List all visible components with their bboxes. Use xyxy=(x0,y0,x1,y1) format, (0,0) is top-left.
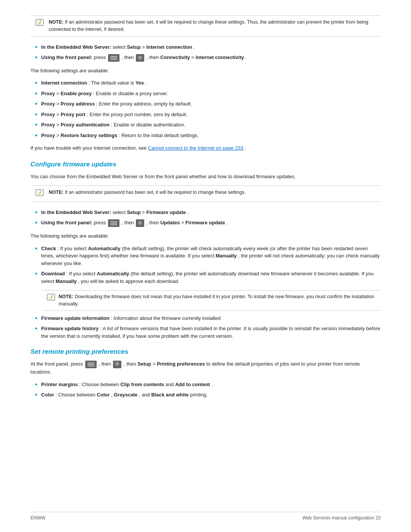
gear-icon-3: ⚙ xyxy=(113,361,121,368)
fw-access-item-2: • Using the front panel: press , then ⚙ … xyxy=(30,219,381,227)
fw-access-list: • In the Embedded Web Server: select Set… xyxy=(30,209,381,227)
top-note-box: 📝 NOTE: If an administrator password has… xyxy=(30,15,381,37)
access-list-item-1: • In the Embedded Web Server: select Set… xyxy=(30,43,381,51)
settings-item-2: • Proxy > Enable proxy : Enable or disab… xyxy=(30,90,381,97)
top-note-label: NOTE: xyxy=(49,19,64,25)
fw-settings-list: • Check : If you select Automatically (t… xyxy=(30,245,381,285)
note2-body: If an administrator password has been se… xyxy=(65,190,245,195)
top-note-text: NOTE: If an administrator password has b… xyxy=(49,19,376,33)
trouble-link[interactable]: Cannot connect to the Internet on page 2… xyxy=(148,145,244,151)
fw-following-settings: The following settings are available: xyxy=(30,232,381,240)
svg-text:📝: 📝 xyxy=(48,295,53,300)
access-item-1-prefix: In the Embedded Web Server: xyxy=(41,44,111,50)
settings-item-4: • Proxy > Proxy port : Enter the proxy p… xyxy=(30,111,381,118)
access-list-item-2: • Using the front panel: press , then ⚙ … xyxy=(30,54,381,62)
note3-body: Downloading the firmware does not mean t… xyxy=(59,294,374,307)
access-item-2-text: Using the front panel: press , then ⚙ , … xyxy=(41,54,247,62)
footer-right: Web Services manual configuration 23 xyxy=(303,515,381,521)
section1-intro: You can choose from the Embedded Web Ser… xyxy=(30,173,381,181)
fw-extra-list: • Firmware update information : Informat… xyxy=(30,315,381,340)
panel-icon-2 xyxy=(108,219,119,227)
trouble-text: If you have trouble with your Internet c… xyxy=(30,144,381,152)
note3-icon: 📝 xyxy=(46,293,56,302)
note2-label: NOTE: xyxy=(49,190,64,195)
section1-heading: Configure firmware updates xyxy=(30,161,381,168)
svg-text:📝: 📝 xyxy=(37,190,42,195)
fw-history-item: • Firmware update history : A list of fi… xyxy=(30,325,381,340)
note-icon: 📝 xyxy=(35,19,46,28)
remote-settings-list: • Printer margins : Choose between Clip … xyxy=(30,381,381,399)
settings-item-6: • Proxy > Restore factory settings : Ret… xyxy=(30,132,381,139)
fw-settings-download: • Download : If you select Automatically… xyxy=(30,270,381,285)
panel-icon-1 xyxy=(108,54,119,62)
note3-label: NOTE: xyxy=(59,294,73,299)
panel-icon-3 xyxy=(85,361,97,368)
section2-heading: Set remote printing preferences xyxy=(30,348,381,356)
page: 📝 NOTE: If an administrator password has… xyxy=(0,0,411,532)
bullet-dot-2: • xyxy=(35,54,37,61)
settings-list: • Internet connection : The default valu… xyxy=(30,79,381,139)
remote-margins-item: • Printer margins : Choose between Clip … xyxy=(30,381,381,388)
svg-text:📝: 📝 xyxy=(37,20,42,25)
following-settings-1: The following settings are available: xyxy=(30,67,381,75)
footer: ENWW Web Services manual configuration 2… xyxy=(30,512,381,521)
settings-item-1: • Internet connection : The default valu… xyxy=(30,79,381,87)
note3-text: NOTE: Downloading the firmware does not … xyxy=(59,293,376,308)
gear-icon-1: ⚙ xyxy=(136,54,144,62)
access-item-1-text: In the Embedded Web Server: select Setup… xyxy=(41,43,195,51)
fw-info-item: • Firmware update information : Informat… xyxy=(30,315,381,322)
settings-item-5: • Proxy > Proxy authentication : Enable … xyxy=(30,121,381,129)
footer-left: ENWW xyxy=(30,515,45,521)
note2-text: NOTE: If an administrator password has b… xyxy=(49,189,246,196)
note2-icon: 📝 xyxy=(35,189,46,198)
note2-box: 📝 NOTE: If an administrator password has… xyxy=(30,185,381,202)
settings-item-3: • Proxy > Proxy address : Enter the prox… xyxy=(30,100,381,108)
top-note-body: If an administrator password has been se… xyxy=(49,19,368,32)
gear-icon-2: ⚙ xyxy=(136,219,144,227)
section2-intro: At the front panel, press , then ⚙ , the… xyxy=(30,360,381,376)
fw-access-item-1: • In the Embedded Web Server: select Set… xyxy=(30,209,381,216)
remote-color-item: • Color : Choose between Color , Graysca… xyxy=(30,391,381,399)
note3-box: 📝 NOTE: Downloading the firmware does no… xyxy=(42,290,381,311)
access-bullet-list: • In the Embedded Web Server: select Set… xyxy=(30,43,381,62)
bullet-dot-1: • xyxy=(35,44,37,51)
fw-settings-check: • Check : If you select Automatically (t… xyxy=(30,245,381,267)
